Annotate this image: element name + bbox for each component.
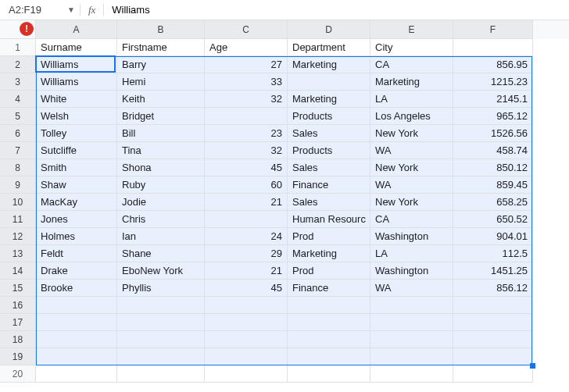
cell-B4[interactable]: Keith — [117, 91, 205, 108]
cell-D13[interactable]: Marketing — [288, 245, 370, 262]
cell-B20[interactable] — [117, 365, 205, 383]
cell-A20[interactable] — [36, 365, 117, 383]
cell-C15[interactable]: 45 — [205, 280, 288, 297]
formula-input[interactable] — [109, 2, 564, 17]
row-header-9[interactable]: 9 — [0, 176, 36, 194]
row-header-3[interactable]: 3 — [0, 73, 36, 91]
cell-F2[interactable]: 856.95 — [453, 56, 533, 73]
cell-D12[interactable]: Prod — [288, 228, 370, 245]
cell-E18[interactable] — [370, 331, 453, 348]
cell-E10[interactable]: New York — [370, 194, 453, 211]
cell-D8[interactable]: Sales — [288, 159, 370, 176]
row-header-20[interactable]: 20 — [0, 365, 36, 383]
cell-E6[interactable]: New York — [370, 125, 453, 142]
cell-A11[interactable]: Jones — [36, 211, 117, 228]
cell-D18[interactable] — [288, 331, 370, 348]
cell-C1[interactable]: Age — [205, 39, 288, 56]
cell-D5[interactable]: Products — [288, 108, 370, 125]
cell-D7[interactable]: Products — [288, 142, 370, 159]
chevron-down-icon[interactable]: ▼ — [67, 5, 75, 14]
cell-E8[interactable]: New York — [370, 159, 453, 176]
cell-C14[interactable]: 21 — [205, 262, 288, 280]
cell-E9[interactable]: WA — [370, 176, 453, 194]
cell-B15[interactable]: Phyllis — [117, 280, 205, 297]
cell-F3[interactable]: 1215.23 — [453, 73, 533, 91]
cell-F9[interactable]: 859.45 — [453, 176, 533, 194]
cell-A14[interactable]: Drake — [36, 262, 117, 280]
col-header-E[interactable]: E — [370, 20, 453, 39]
cell-F18[interactable] — [453, 331, 533, 348]
cell-D11[interactable]: Human Resourc — [288, 211, 370, 228]
cell-D16[interactable] — [288, 297, 370, 314]
cell-D14[interactable]: Prod — [288, 262, 370, 280]
cell-A15[interactable]: Brooke — [36, 280, 117, 297]
row-header-11[interactable]: 11 — [0, 211, 36, 228]
col-header-D[interactable]: D — [288, 20, 370, 39]
cell-E2[interactable]: CA — [370, 56, 453, 73]
cell-D9[interactable]: Finance — [288, 176, 370, 194]
cell-C10[interactable]: 21 — [205, 194, 288, 211]
row-header-7[interactable]: 7 — [0, 142, 36, 159]
cell-E14[interactable]: Washington — [370, 262, 453, 280]
cell-B10[interactable]: Jodie — [117, 194, 205, 211]
cell-D1[interactable]: Department — [288, 39, 370, 56]
col-header-A[interactable]: A — [36, 20, 117, 39]
row-header-18[interactable]: 18 — [0, 331, 36, 348]
cell-C13[interactable]: 29 — [205, 245, 288, 262]
cell-E5[interactable]: Los Angeles — [370, 108, 453, 125]
cell-B3[interactable]: Hemi — [117, 73, 205, 91]
cell-B7[interactable]: Tina — [117, 142, 205, 159]
cell-A6[interactable]: Tolley — [36, 125, 117, 142]
cell-C16[interactable] — [205, 297, 288, 314]
cell-E13[interactable]: LA — [370, 245, 453, 262]
col-header-C[interactable]: C — [205, 20, 288, 39]
cell-B2[interactable]: Barry — [117, 56, 205, 73]
row-header-19[interactable]: 19 — [0, 348, 36, 365]
cell-C20[interactable] — [205, 365, 288, 383]
row-header-6[interactable]: 6 — [0, 125, 36, 142]
cell-B14[interactable]: EboNew York — [117, 262, 205, 280]
cell-C6[interactable]: 23 — [205, 125, 288, 142]
cell-C5[interactable] — [205, 108, 288, 125]
cell-F4[interactable]: 2145.1 — [453, 91, 533, 108]
row-header-13[interactable]: 13 — [0, 245, 36, 262]
cell-F17[interactable] — [453, 314, 533, 331]
cell-A16[interactable] — [36, 297, 117, 314]
row-header-5[interactable]: 5 — [0, 108, 36, 125]
row-header-16[interactable]: 16 — [0, 297, 36, 314]
row-header-10[interactable]: 10 — [0, 194, 36, 211]
cell-A1[interactable]: Surname — [36, 39, 117, 56]
fx-icon[interactable]: fx — [80, 4, 104, 16]
cell-C7[interactable]: 32 — [205, 142, 288, 159]
cell-F5[interactable]: 965.12 — [453, 108, 533, 125]
row-header-12[interactable]: 12 — [0, 228, 36, 245]
row-header-14[interactable]: 14 — [0, 262, 36, 280]
cell-B13[interactable]: Shane — [117, 245, 205, 262]
cell-F7[interactable]: 458.74 — [453, 142, 533, 159]
cell-A9[interactable]: Shaw — [36, 176, 117, 194]
cell-D6[interactable]: Sales — [288, 125, 370, 142]
col-header-F[interactable]: F — [453, 20, 533, 39]
cell-A10[interactable]: MacKay — [36, 194, 117, 211]
cell-B9[interactable]: Ruby — [117, 176, 205, 194]
cell-A5[interactable]: Welsh — [36, 108, 117, 125]
cell-A18[interactable] — [36, 331, 117, 348]
cell-B17[interactable] — [117, 314, 205, 331]
cell-D10[interactable]: Sales — [288, 194, 370, 211]
row-header-4[interactable]: 4 — [0, 91, 36, 108]
row-header-8[interactable]: 8 — [0, 159, 36, 176]
name-box[interactable] — [5, 2, 63, 18]
cell-F14[interactable]: 1451.25 — [453, 262, 533, 280]
cell-F13[interactable]: 112.5 — [453, 245, 533, 262]
cell-A12[interactable]: Holmes — [36, 228, 117, 245]
cell-F11[interactable]: 650.52 — [453, 211, 533, 228]
cell-B19[interactable] — [117, 348, 205, 365]
cell-E15[interactable]: WA — [370, 280, 453, 297]
cell-B18[interactable] — [117, 331, 205, 348]
cell-F12[interactable]: 904.01 — [453, 228, 533, 245]
cell-B1[interactable]: Firstname — [117, 39, 205, 56]
cell-F20[interactable] — [453, 365, 533, 383]
cell-D3[interactable] — [288, 73, 370, 91]
cell-C17[interactable] — [205, 314, 288, 331]
cell-F6[interactable]: 1526.56 — [453, 125, 533, 142]
